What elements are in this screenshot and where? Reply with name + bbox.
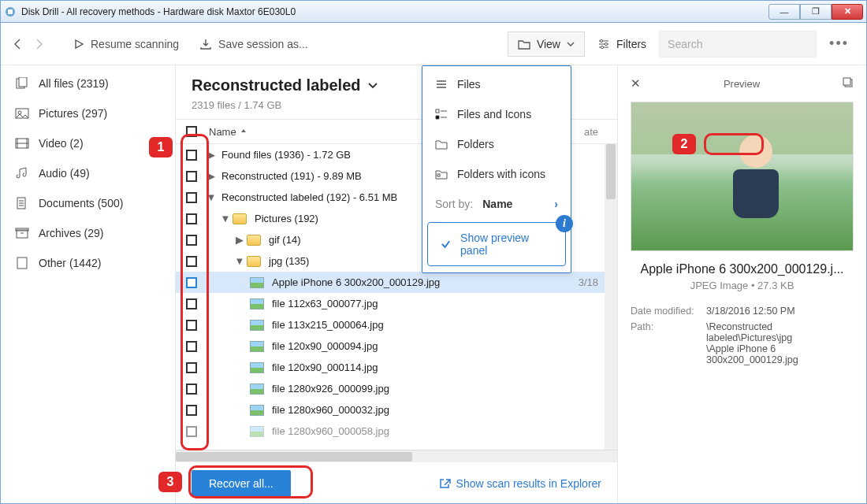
sidebar-label: Documents (500) (39, 197, 123, 209)
row-checkbox[interactable] (186, 298, 197, 309)
view-menu-show-preview[interactable]: Show preview panel i (427, 222, 566, 266)
image-icon (250, 341, 264, 352)
sidebar-item-all-files[interactable]: All files (2319) (1, 69, 175, 98)
back-button[interactable] (10, 36, 26, 52)
expand-toggle[interactable]: ▶ (204, 149, 218, 161)
row-checkbox[interactable] (186, 384, 197, 395)
row-checkbox[interactable] (186, 150, 197, 161)
info-icon: i (556, 215, 573, 232)
list-item[interactable]: file 1280x926_000099.jpg (269, 383, 617, 395)
image-icon (250, 426, 264, 437)
svg-rect-17 (437, 174, 440, 176)
sliders-icon (597, 39, 610, 50)
sidebar-label: All files (2319) (39, 77, 109, 90)
row-checkbox[interactable] (186, 320, 197, 331)
expand-toggle[interactable]: ▶ (233, 234, 247, 246)
row-checkbox[interactable] (186, 426, 197, 437)
horizontal-scrollbar[interactable] (176, 450, 617, 462)
folder-icon (247, 235, 261, 246)
folder-icon (247, 256, 261, 267)
path-value: \Reconstructed labeled\Pictures\jpg\Appl… (706, 321, 854, 365)
filters-button[interactable]: Filters (590, 32, 654, 56)
save-session-button[interactable]: Save session as... (192, 33, 316, 55)
expand-toggle[interactable]: ▼ (233, 255, 247, 267)
sidebar: All files (2319) Pictures (297) Video (2… (1, 65, 176, 504)
chevron-right-icon: › (554, 198, 558, 210)
list-item[interactable]: file 113x215_000064.jpg (269, 319, 617, 331)
expand-toggle[interactable]: ▼ (204, 191, 218, 203)
check-icon (441, 239, 451, 250)
view-menu-files[interactable]: Files (422, 69, 571, 99)
image-icon (250, 320, 264, 331)
window-title: Disk Drill - All recovery methods - Hard… (21, 6, 768, 17)
vertical-scrollbar[interactable] (605, 144, 617, 450)
show-in-explorer-link[interactable]: Show scan results in Explorer (439, 477, 601, 490)
row-checkbox[interactable] (186, 235, 197, 246)
view-menu-folders[interactable]: Folders (422, 129, 571, 159)
image-icon (250, 362, 264, 373)
recover-all-button[interactable]: Recover all... (192, 470, 291, 497)
view-menu-files-icons[interactable]: Files and Icons (422, 99, 571, 129)
window-buttons: — ❐ ✕ (768, 4, 863, 20)
expand-toggle[interactable]: ▶ (204, 170, 218, 182)
annotation-badge-2: 2 (672, 134, 696, 154)
date-modified-value: 3/18/2016 12:50 PM (706, 306, 854, 317)
annotation-badge-1: 1 (149, 137, 173, 158)
expand-toggle[interactable]: ▼ (218, 213, 233, 224)
row-checkbox[interactable] (186, 256, 197, 267)
sort-asc-icon (240, 128, 247, 135)
row-checkbox[interactable] (186, 192, 197, 203)
list-item[interactable]: Apple iPhone 6 300x200_000129.jpg (269, 276, 560, 288)
main-heading-text: Reconstructed labeled (192, 76, 361, 94)
forward-button[interactable] (31, 36, 47, 52)
list-item[interactable]: file 1280x960_000058.jpg (269, 425, 617, 437)
popout-button[interactable] (843, 77, 854, 91)
sidebar-item-archives[interactable]: Archives (29) (1, 218, 175, 248)
more-button[interactable]: ••• (821, 35, 857, 52)
row-date: 3/18 (560, 276, 605, 288)
list-item[interactable]: file 120x90_000094.jpg (269, 340, 617, 352)
chevron-down-icon (567, 40, 575, 48)
view-menu-folders-icons[interactable]: Folders with icons (422, 159, 571, 189)
play-icon (73, 39, 84, 50)
row-checkbox[interactable] (186, 277, 197, 288)
sidebar-label: Audio (49) (39, 167, 90, 180)
minimize-button[interactable]: — (768, 4, 800, 20)
explorer-link-label: Show scan results in Explorer (456, 477, 601, 490)
list-item[interactable]: file 112x63_000077.jpg (269, 298, 617, 309)
filters-label: Filters (616, 38, 646, 50)
sidebar-item-audio[interactable]: Audio (49) (1, 158, 175, 188)
sidebar-item-other[interactable]: Other (1442) (1, 248, 175, 278)
sidebar-label: Video (2) (39, 137, 84, 150)
maximize-button[interactable]: ❐ (800, 4, 832, 20)
list-item[interactable]: file 120x90_000114.jpg (269, 361, 617, 373)
row-checkbox[interactable] (186, 171, 197, 182)
sidebar-label: Other (1442) (39, 257, 101, 269)
folder-icon (518, 39, 530, 50)
save-session-label: Save session as... (218, 38, 308, 50)
sidebar-item-documents[interactable]: Documents (500) (1, 188, 175, 218)
chevron-down-icon (367, 80, 378, 91)
close-preview-button[interactable]: ✕ (631, 76, 641, 91)
view-menu-sort-by[interactable]: Sort by: Name › (422, 189, 571, 219)
archives-icon (15, 227, 29, 239)
row-checkbox[interactable] (186, 341, 197, 352)
other-icon (15, 257, 29, 269)
resume-scanning-button[interactable]: Resume scanning (65, 33, 187, 55)
external-link-icon (439, 478, 452, 489)
sidebar-item-pictures[interactable]: Pictures (297) (1, 98, 175, 128)
row-checkbox[interactable] (186, 213, 197, 224)
search-input[interactable]: Search (659, 31, 817, 57)
select-all-checkbox[interactable] (186, 126, 197, 137)
row-checkbox[interactable] (186, 405, 197, 416)
list-icons-icon (435, 109, 448, 120)
files-icon (15, 77, 29, 90)
list-item[interactable]: file 1280x960_000032.jpg (269, 404, 617, 416)
close-button[interactable]: ✕ (832, 4, 863, 20)
row-checkbox[interactable] (186, 362, 197, 373)
image-icon (250, 405, 264, 416)
preview-title: Preview (641, 78, 843, 90)
svg-rect-1 (8, 9, 13, 14)
view-dropdown-button[interactable]: View (508, 32, 585, 57)
image-icon (250, 277, 264, 288)
